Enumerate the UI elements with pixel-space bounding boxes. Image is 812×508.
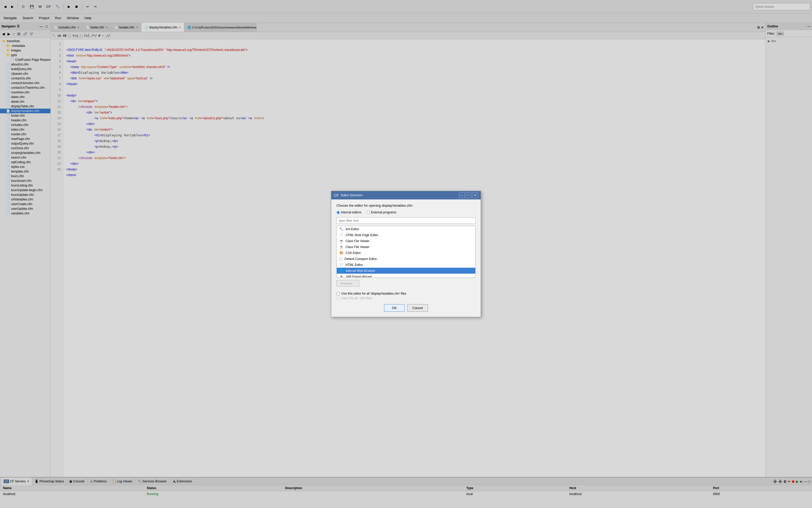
dialog-list-item[interactable]: ⬚Default Compare Editor (337, 256, 475, 262)
editor-name: Class File Viewer (345, 239, 369, 243)
editor-icon: ☕ (339, 245, 343, 249)
dialog-body: Choose the editor for opening displayVar… (331, 200, 481, 317)
radio-external-label: External programs (371, 211, 396, 214)
editor-name: Class File Viewer (345, 245, 369, 249)
dialog-title-text: Editor Selection (341, 194, 363, 197)
editor-icon: 🎨 (339, 251, 343, 255)
dialog-cancel-button[interactable]: Cancel (407, 304, 428, 312)
radio-internal-editors[interactable]: Internal editors (336, 211, 361, 214)
dialog-title-icon: CF (334, 193, 339, 197)
dialog-list-item[interactable]: 📄CFML Multi Page Editor (337, 232, 475, 238)
dialog-list-item[interactable]: ☕JAR Export Wizard (337, 274, 475, 278)
dialog-buttons: OK Cancel (336, 303, 476, 313)
dialog-maximize-btn[interactable]: □ (466, 193, 471, 198)
dialog-title-left: CF Editor Selection (334, 193, 363, 197)
dialog-list-item[interactable]: 🎨CSS Editor (337, 250, 475, 256)
editor-icon: 📄 (339, 263, 343, 267)
dialog-list-item[interactable]: ☕Class File Viewer (337, 238, 475, 244)
dialog-checkboxes: Use this editor for all 'displayVariable… (336, 292, 476, 300)
dialog-titlebar: CF Editor Selection — □ ✕ (331, 191, 481, 200)
editor-icon: ☕ (339, 275, 343, 278)
editor-icon: ☕ (339, 239, 343, 243)
dialog-minimize-btn[interactable]: — (459, 193, 465, 198)
editor-name: HTML Editor (345, 263, 363, 267)
radio-external-input[interactable] (367, 211, 370, 214)
dialog-list-item[interactable]: 🔧Ant Editor (337, 226, 475, 232)
dialog-close-btn[interactable]: ✕ (472, 193, 478, 198)
editor-selection-dialog: CF Editor Selection — □ ✕ Choose the edi… (331, 191, 481, 317)
radio-internal-label: Internal editors (341, 211, 361, 214)
editor-icon: 🔧 (339, 227, 343, 231)
dialog-ok-button[interactable]: OK (384, 304, 405, 312)
editor-name: Default Compare Editor (344, 257, 377, 261)
checkbox-use-for-file-input[interactable] (336, 292, 340, 295)
dialog-list-item[interactable]: ☕Class File Viewer (337, 244, 475, 250)
dialog-editor-list: 🔧Ant Editor📄CFML Multi Page Editor☕Class… (336, 226, 476, 278)
dialog-radio-group: Internal editors External programs (336, 211, 476, 214)
checkbox-use-for-file[interactable]: Use this editor for all 'displayVariable… (336, 292, 476, 295)
editor-name: Internal Web Browser (345, 269, 375, 272)
dialog-description: Choose the editor for opening displayVar… (336, 204, 476, 207)
dialog-titlebar-buttons: — □ ✕ (459, 193, 478, 198)
dialog-list-item[interactable]: 📄HTML Editor (337, 262, 475, 268)
editor-icon: 📄 (339, 233, 343, 237)
dialog-browse-button[interactable]: Browse... (336, 280, 359, 287)
editor-name: CFML Multi Page Editor (345, 233, 378, 237)
dialog-filter-input[interactable] (336, 217, 476, 224)
editor-icon: ⬚ (339, 257, 342, 261)
checkbox-use-for-all-label: Use it for all '.cfm' files (341, 296, 372, 300)
checkbox-use-for-file-label: Use this editor for all 'displayVariable… (341, 292, 406, 295)
radio-internal-input[interactable] (336, 211, 340, 214)
checkbox-use-for-all-input (336, 297, 340, 300)
dialog-list-item[interactable]: 🌐Internal Web Browser (337, 268, 475, 274)
dialog-overlay: CF Editor Selection — □ ✕ Choose the edi… (0, 0, 812, 508)
checkbox-use-for-all: Use it for all '.cfm' files (336, 296, 476, 300)
editor-icon: 🌐 (339, 269, 343, 272)
editor-name: JAR Export Wizard (345, 275, 372, 278)
editor-name: Ant Editor (345, 227, 359, 231)
radio-external-programs[interactable]: External programs (367, 211, 396, 214)
editor-name: CSS Editor (345, 251, 361, 255)
